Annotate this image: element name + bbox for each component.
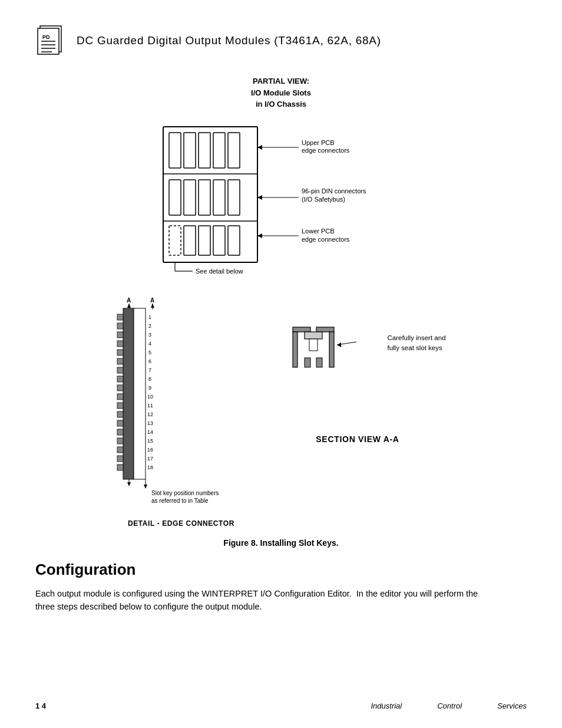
footer-right: Industrial Control Services [371, 701, 527, 710]
svg-rect-57 [117, 403, 123, 409]
svg-text:1: 1 [148, 314, 151, 320]
config-body-text: Each output module is configured using t… [35, 587, 483, 614]
svg-rect-56 [117, 394, 123, 400]
svg-text:15: 15 [147, 438, 153, 444]
slot-chassis-diagram: Upper PCB edge connectors 96-pin DIN con… [116, 115, 446, 280]
svg-rect-54 [117, 376, 123, 382]
svg-marker-30 [257, 195, 262, 200]
svg-rect-22 [199, 226, 210, 255]
svg-text:as  referred  to  in  Table: as referred to in Table [151, 498, 209, 504]
svg-text:See  detail  below: See detail below [196, 268, 243, 275]
svg-rect-10 [199, 133, 210, 168]
svg-text:Upper  PCB: Upper PCB [302, 139, 335, 146]
svg-rect-17 [213, 180, 225, 215]
page-title: DC Guarded Digital Output Modules (T3461… [77, 34, 381, 47]
svg-rect-15 [184, 180, 196, 215]
svg-text:8: 8 [148, 376, 151, 382]
svg-text:12: 12 [147, 411, 153, 417]
svg-rect-93 [329, 332, 334, 367]
svg-text:edge  connectors: edge connectors [302, 236, 350, 243]
svg-marker-45 [151, 304, 154, 308]
svg-text:5: 5 [148, 350, 151, 355]
svg-rect-51 [117, 350, 123, 355]
svg-text:A: A [127, 297, 131, 304]
svg-rect-47 [117, 314, 123, 320]
svg-marker-85 [127, 482, 131, 486]
footer-industrial: Industrial [371, 701, 402, 710]
bottom-diagrams: A A [35, 292, 527, 528]
svg-text:17: 17 [147, 456, 153, 462]
svg-text:PD: PD [42, 34, 50, 40]
svg-rect-97 [316, 358, 322, 367]
svg-text:96-pin  DIN  connectors: 96-pin DIN connectors [302, 187, 366, 195]
svg-marker-42 [127, 304, 131, 308]
svg-text:7: 7 [148, 367, 151, 373]
svg-text:3: 3 [148, 332, 151, 338]
main-diagram: PARTIAL VIEW: I/O Module Slots in I/O Ch… [35, 75, 527, 280]
section-view-label: SECTION VIEW A-A [316, 434, 399, 444]
doc-icon: PD [35, 24, 66, 58]
svg-rect-48 [117, 323, 123, 329]
svg-text:Lower  PCB: Lower PCB [302, 228, 335, 235]
svg-rect-12 [228, 133, 240, 168]
svg-rect-53 [117, 367, 123, 373]
svg-rect-58 [117, 411, 123, 417]
page: PD DC Guarded Digital Output Modules (T3… [0, 0, 562, 728]
svg-rect-94 [305, 332, 322, 339]
svg-marker-87 [144, 485, 147, 489]
svg-rect-11 [213, 133, 225, 168]
svg-rect-14 [169, 180, 181, 215]
svg-marker-26 [257, 145, 262, 150]
configuration-section: Configuration Each output module is conf… [35, 561, 527, 614]
svg-rect-59 [117, 420, 123, 426]
svg-rect-16 [199, 180, 210, 215]
svg-text:16: 16 [147, 447, 153, 453]
figure-caption: Figure 8. Installing Slot Keys. [35, 538, 527, 548]
page-number: 1 4 [35, 701, 46, 710]
svg-rect-63 [117, 456, 123, 462]
svg-rect-64 [117, 465, 123, 470]
svg-text:6: 6 [148, 358, 151, 364]
svg-rect-46 [123, 308, 134, 479]
svg-rect-60 [117, 429, 123, 435]
svg-text:edge  connectors: edge connectors [302, 147, 350, 154]
svg-rect-62 [117, 447, 123, 453]
edge-connector-area: A A [116, 292, 246, 528]
svg-rect-9 [184, 133, 196, 168]
svg-rect-92 [293, 332, 297, 367]
config-heading: Configuration [35, 561, 527, 579]
partial-view-label: PARTIAL VIEW: I/O Module Slots in I/O Ch… [251, 75, 311, 110]
svg-text:9: 9 [148, 385, 151, 391]
svg-rect-24 [228, 226, 240, 255]
svg-rect-96 [305, 358, 310, 367]
section-annotation-line2: fully seat slot keys [387, 344, 442, 351]
svg-text:10: 10 [147, 394, 153, 400]
svg-rect-8 [169, 133, 181, 168]
section-view-area: Carefully insert and fully seat slot key… [269, 292, 445, 444]
section-annotation-line1: Carefully insert and [387, 334, 445, 341]
svg-rect-55 [117, 385, 123, 391]
footer: 1 4 Industrial Control Services [35, 701, 527, 710]
svg-rect-50 [117, 341, 123, 347]
svg-rect-49 [117, 332, 123, 338]
svg-marker-34 [257, 233, 262, 238]
svg-text:4: 4 [148, 341, 151, 347]
svg-rect-18 [228, 180, 240, 215]
svg-text:2: 2 [148, 323, 151, 329]
edge-connector-label: DETAIL - EDGE CONNECTOR [128, 519, 234, 528]
svg-text:(I/O  Safetybus): (I/O Safetybus) [302, 196, 345, 203]
svg-rect-23 [213, 226, 225, 255]
svg-text:13: 13 [147, 420, 153, 426]
footer-services: Services [497, 701, 527, 710]
svg-text:14: 14 [147, 429, 153, 435]
svg-rect-90 [293, 327, 310, 332]
svg-marker-99 [337, 342, 341, 347]
svg-rect-52 [117, 358, 123, 364]
svg-text:Slot  key  position  numbers: Slot key position numbers [151, 490, 219, 496]
svg-rect-95 [309, 339, 318, 351]
svg-text:18: 18 [147, 465, 153, 470]
svg-rect-21 [184, 226, 196, 255]
svg-rect-91 [316, 327, 334, 332]
footer-control: Control [437, 701, 462, 710]
header: PD DC Guarded Digital Output Modules (T3… [35, 24, 527, 58]
